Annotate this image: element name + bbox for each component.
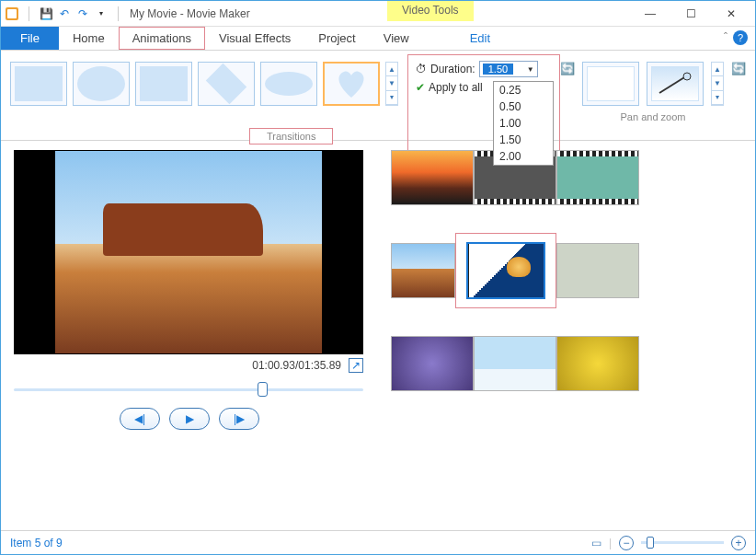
preview-image xyxy=(55,151,322,353)
clip-penguins[interactable] xyxy=(474,336,556,391)
play-button[interactable]: ▶ xyxy=(169,408,210,430)
duration-label: Duration: xyxy=(430,63,475,75)
duration-option[interactable]: 0.25 xyxy=(494,82,553,98)
duration-option[interactable]: 1.50 xyxy=(494,132,553,148)
undo-icon[interactable]: ↶ xyxy=(57,6,72,21)
next-frame-button[interactable]: |▶ xyxy=(219,408,259,430)
thumbnails-view-icon[interactable]: ▭ xyxy=(591,537,601,549)
main-area: 01:00.93/01:35.89 ↗ ◀| ▶ |▶ xyxy=(1,141,755,509)
timeline-row xyxy=(391,233,742,308)
tab-visual-effects[interactable]: Visual Effects xyxy=(205,27,304,50)
play-controls: ◀| ▶ |▶ xyxy=(14,408,365,430)
fullscreen-icon[interactable]: ↗ xyxy=(349,358,363,373)
transition-diamond[interactable] xyxy=(198,62,255,106)
tab-project[interactable]: Project xyxy=(304,27,369,50)
window-controls: — ☐ ✕ xyxy=(630,1,751,27)
zoom-out-button[interactable]: − xyxy=(619,536,634,550)
duration-option[interactable]: 0.50 xyxy=(494,98,553,115)
help-icon[interactable]: ? xyxy=(733,30,748,45)
clock-icon: ⏱ xyxy=(416,63,427,75)
close-button[interactable]: ✕ xyxy=(711,1,751,27)
window-title: My Movie - Movie Maker xyxy=(130,7,250,20)
apply-all-icon: ✔ xyxy=(416,81,425,94)
redo-icon[interactable]: ↷ xyxy=(75,6,90,21)
svg-rect-1 xyxy=(7,9,17,18)
clip-ornament[interactable] xyxy=(556,150,639,205)
duration-dropdown[interactable]: 0.25 0.50 1.00 1.50 2.00 xyxy=(493,81,554,166)
clip-selected-wrap xyxy=(455,233,556,308)
tab-file[interactable]: File xyxy=(1,27,59,50)
chevron-down-icon: ▼ xyxy=(527,65,534,74)
pan-zoom-group: 🔄 ▲▼▾ 🔄 Pan and zoom xyxy=(560,54,746,138)
timeline-pane[interactable] xyxy=(378,141,755,509)
transitions-gallery-control[interactable]: ▲▼▾ xyxy=(385,62,398,106)
timeline-row xyxy=(391,336,742,391)
playhead[interactable] xyxy=(466,242,469,299)
zoom-in-button[interactable]: + xyxy=(731,536,746,550)
seek-slider[interactable] xyxy=(14,382,363,397)
tab-animations[interactable]: Animations xyxy=(119,27,205,50)
app-icon xyxy=(5,6,19,21)
duration-option[interactable]: 1.00 xyxy=(494,115,553,132)
time-display: 01:00.93/01:35.89 xyxy=(252,359,341,372)
ribbon: ▲▼▾ Transitions ⏱ Duration: 1.50 ▼ ✔ App… xyxy=(1,51,755,141)
duration-value: 1.50 xyxy=(483,64,513,75)
prev-frame-button[interactable]: ◀| xyxy=(120,408,160,430)
duration-input[interactable]: 1.50 ▼ xyxy=(479,61,538,77)
duration-option[interactable]: 2.00 xyxy=(494,148,553,165)
apply-all-button[interactable]: Apply to all xyxy=(429,81,483,94)
clip-jellyfish[interactable] xyxy=(466,242,545,299)
transition-dots[interactable] xyxy=(135,62,192,106)
transition-oval[interactable] xyxy=(260,62,317,106)
clip-tulips[interactable] xyxy=(556,336,639,391)
transitions-group-label: Transitions xyxy=(249,128,333,145)
clip-koala[interactable] xyxy=(556,243,639,298)
svg-point-3 xyxy=(683,73,691,80)
ribbon-tabs: File Home Animations Visual Effects Proj… xyxy=(1,27,755,51)
qat-dropdown-icon[interactable]: ▾ xyxy=(94,6,109,21)
tab-edit[interactable]: Edit xyxy=(456,27,504,50)
status-text: Item 5 of 9 xyxy=(10,537,63,549)
transition-heart[interactable] xyxy=(323,62,380,106)
clip-desert[interactable] xyxy=(391,243,455,298)
pan-gallery-control[interactable]: ▲▼▾ xyxy=(711,62,724,106)
contextual-tab-label: Video Tools xyxy=(387,1,474,21)
transition-crossfade[interactable] xyxy=(10,62,67,106)
transitions-group: ▲▼▾ xyxy=(10,54,398,138)
transition-circle[interactable] xyxy=(73,62,130,106)
timeline-row xyxy=(391,150,742,205)
pan-none[interactable] xyxy=(582,62,639,106)
pan-zoom-in[interactable] xyxy=(647,62,704,106)
titlebar: 💾 ↶ ↷ ▾ My Movie - Movie Maker Video Too… xyxy=(1,1,755,27)
clip-chrysanthemum[interactable] xyxy=(391,150,474,205)
quick-access-toolbar: 💾 ↶ ↷ ▾ xyxy=(5,6,124,21)
pan-apply-icon[interactable]: 🔄 xyxy=(560,62,575,75)
maximize-button[interactable]: ☐ xyxy=(670,1,711,27)
pan-apply-all-icon[interactable]: 🔄 xyxy=(731,62,746,75)
preview-pane: 01:00.93/01:35.89 ↗ ◀| ▶ |▶ xyxy=(1,141,378,509)
statusbar: Item 5 of 9 ▭ | − + xyxy=(1,530,755,554)
tab-home[interactable]: Home xyxy=(59,27,119,50)
preview-frame[interactable] xyxy=(14,150,363,354)
pan-zoom-label: Pan and zoom xyxy=(621,111,686,122)
minimize-button[interactable]: — xyxy=(630,1,670,27)
collapse-ribbon-icon[interactable]: ˆ xyxy=(724,31,727,44)
clip-hydrangeas[interactable] xyxy=(391,336,474,391)
zoom-slider[interactable] xyxy=(641,541,724,544)
save-icon[interactable]: 💾 xyxy=(39,6,53,21)
tab-view[interactable]: View xyxy=(370,27,423,50)
